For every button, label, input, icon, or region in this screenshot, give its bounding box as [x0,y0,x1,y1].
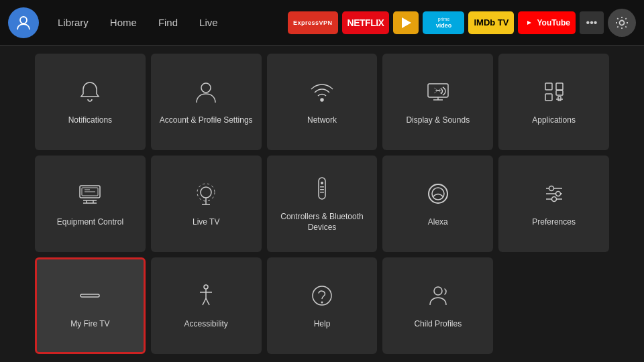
remote-icon [309,175,335,205]
monitor-icon [76,180,103,210]
grid-alexa[interactable]: Alexa [382,156,493,252]
svg-point-3 [321,99,323,101]
svg-rect-5 [545,83,552,90]
livetv-label: Live TV [193,217,219,228]
nav-links: Library Home Find Live [48,13,227,32]
preferences-label: Preferences [532,217,576,228]
svg-rect-16 [320,186,324,188]
help-icon [309,282,335,312]
svg-rect-17 [320,189,324,190]
app-icons: ExpressVPN NETFLIX prime video IMDb TV Y… [288,9,636,37]
grid-applications[interactable]: Applications [498,54,609,150]
apps-icon [541,78,568,109]
accessibility-icon [193,282,219,312]
svg-point-32 [434,287,442,295]
sliders-icon [541,180,568,210]
accessibility-label: Accessibility [184,319,228,330]
svg-point-15 [321,182,323,184]
grid-empty [498,257,609,354]
firetv-icon [76,282,103,312]
grid-childprofiles[interactable]: Child Profiles [382,257,493,354]
applications-label: Applications [532,115,576,126]
svg-rect-9 [558,97,561,101]
grid-controllers[interactable]: Controllers & Bluetooth Devices [267,156,378,252]
antenna-icon [193,180,219,210]
svg-rect-27 [80,294,99,297]
svg-point-24 [549,186,553,190]
more-button[interactable]: ••• [580,11,604,34]
controllers-label: Controllers & Bluetooth Devices [274,212,371,233]
svg-rect-8 [556,90,563,95]
grid-account[interactable]: Account & Profile Settings [151,54,262,150]
nav-find[interactable]: Find [149,13,187,32]
svg-rect-7 [545,94,552,101]
notifications-label: Notifications [68,115,112,126]
grid-preferences[interactable]: Preferences [498,156,609,252]
equipment-label: Equipment Control [57,217,123,228]
app-imdb[interactable]: IMDb TV [468,11,514,34]
app-youtube[interactable]: YouTube [518,11,576,34]
svg-point-12 [201,187,211,198]
childprofiles-label: Child Profiles [414,319,462,330]
svg-rect-6 [556,83,563,90]
grid-help[interactable]: Help [267,257,378,354]
settings-grid: Notifications Account & Profile Settings… [0,46,644,362]
display-icon [425,78,451,109]
settings-button[interactable] [608,9,636,37]
childprofiles-icon [425,282,451,312]
alexa-label: Alexa [428,217,448,228]
grid-accessibility[interactable]: Accessibility [151,257,262,354]
myfiretv-label: My Fire TV [70,319,109,330]
app-netflix[interactable]: NETFLIX [342,11,390,34]
nav-live[interactable]: Live [190,13,227,32]
account-label: Account & Profile Settings [160,115,253,126]
topnav: Library Home Find Live ExpressVPN NETFLI… [0,0,644,46]
grid-livetv[interactable]: Live TV [151,156,262,252]
svg-point-1 [620,20,625,25]
grid-display[interactable]: Display & Sounds [382,54,493,150]
nav-home[interactable]: Home [101,13,146,32]
display-label: Display & Sounds [406,115,470,126]
svg-point-26 [551,196,556,201]
grid-notifications[interactable]: Notifications [35,54,146,150]
app-expressvpn[interactable]: ExpressVPN [288,11,338,34]
svg-point-25 [555,191,560,196]
grid-myfiretv[interactable]: My Fire TV [35,257,146,354]
grid-equipment[interactable]: Equipment Control [35,156,146,252]
wifi-icon [309,78,335,109]
network-label: Network [307,115,337,126]
svg-rect-14 [319,178,325,199]
app-plex[interactable] [393,11,419,34]
avatar[interactable] [8,7,39,38]
svg-point-31 [321,301,323,303]
bell-icon [76,78,103,109]
help-label: Help [314,319,331,330]
nav-library[interactable]: Library [48,13,98,32]
grid-network[interactable]: Network [267,54,378,150]
svg-point-0 [20,17,27,23]
svg-point-28 [204,285,208,289]
person-icon [193,78,219,109]
svg-rect-18 [320,192,324,193]
app-prime[interactable]: prime video [423,11,464,34]
alexa-icon [425,180,451,210]
svg-point-2 [201,83,211,93]
